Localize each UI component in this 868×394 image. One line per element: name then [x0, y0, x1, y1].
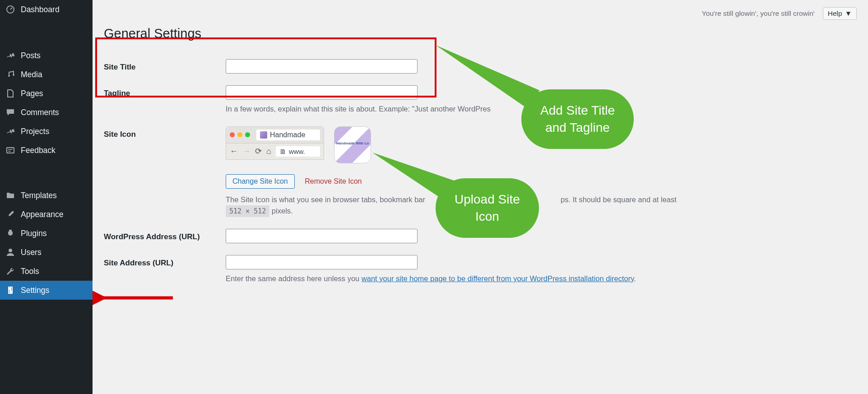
wp-address-label: WordPress Address (URL): [104, 229, 226, 241]
svg-point-6: [11, 291, 13, 292]
sidebar-item-media[interactable]: Media: [0, 65, 93, 84]
sidebar-item-plugins[interactable]: Plugins: [0, 224, 93, 243]
media-icon: [5, 70, 15, 79]
sidebar-item-label: Feedback: [21, 146, 56, 155]
folder-icon: [5, 190, 15, 200]
close-dot-icon: [230, 132, 235, 137]
sidebar-item-dashboard[interactable]: Dashboard: [0, 0, 93, 19]
annotation-arrow-icon: [93, 289, 177, 307]
sidebar-item-pages[interactable]: Pages: [0, 84, 93, 103]
sidebar-item-label: Plugins: [21, 229, 46, 238]
comment-icon: [5, 107, 15, 117]
annotation-callout-title-tagline: Add Site Title and Tagline: [521, 89, 634, 149]
change-site-icon-button[interactable]: Change Site Icon: [226, 174, 295, 189]
settings-icon: [5, 285, 15, 295]
brush-icon: [5, 209, 15, 219]
browser-mock: Handmade ← → ⟳ ⌂ 🗎 www.: [226, 126, 324, 160]
plug-icon: [5, 228, 15, 238]
sidebar-item-label: Templates: [21, 191, 57, 200]
sidebar-item-posts[interactable]: Posts: [0, 46, 93, 65]
reload-icon: ⟳: [255, 146, 262, 156]
remove-site-icon-link[interactable]: Remove Site Icon: [305, 177, 362, 185]
feedback-icon: [5, 145, 15, 155]
svg-point-2: [13, 74, 14, 76]
sidebar-item-label: Users: [21, 248, 42, 257]
favicon-icon: [260, 131, 267, 139]
sidebar-item-users[interactable]: Users: [0, 243, 93, 262]
admin-sidebar: Dashboard Posts Media Pages Comments Pro…: [0, 0, 93, 394]
sidebar-item-settings[interactable]: Settings: [0, 281, 93, 300]
sidebar-item-label: Settings: [21, 286, 49, 295]
back-icon: ←: [230, 147, 238, 156]
site-address-label: Site Address (URL): [104, 255, 226, 268]
sidebar-item-label: Projects: [21, 127, 49, 136]
home-icon: ⌂: [266, 147, 271, 156]
sidebar-item-templates[interactable]: Templates: [0, 186, 93, 205]
user-icon: [5, 247, 15, 257]
site-icon-label: Site Icon: [104, 126, 226, 139]
pin-icon: [5, 51, 15, 60]
sidebar-item-projects[interactable]: Projects: [0, 122, 93, 141]
status-text: You're still glowin', you're still crowi…: [702, 9, 815, 18]
sidebar-item-label: Pages: [21, 89, 43, 98]
maximize-dot-icon: [245, 132, 250, 137]
wp-address-input[interactable]: [226, 229, 418, 243]
main-content: You're still glowin', you're still crowi…: [93, 0, 868, 394]
sidebar-item-label: Dashboard: [21, 5, 60, 14]
chevron-down-icon: ▼: [845, 9, 852, 18]
tab-title: Handmade: [270, 131, 305, 139]
sidebar-item-label: Media: [21, 70, 42, 79]
site-icon-preview: [334, 126, 371, 163]
page-title: General Settings: [104, 26, 857, 41]
svg-point-4: [9, 249, 12, 252]
svg-rect-3: [7, 148, 14, 153]
sidebar-item-label: Comments: [21, 108, 59, 117]
sidebar-item-appearance[interactable]: Appearance: [0, 205, 93, 224]
page-icon: [5, 88, 15, 98]
sidebar-item-comments[interactable]: Comments: [0, 103, 93, 122]
dashboard-icon: [5, 5, 15, 14]
file-icon: 🗎: [279, 148, 286, 155]
sidebar-item-label: Posts: [21, 51, 41, 60]
forward-icon: →: [242, 147, 251, 156]
sidebar-item-label: Appearance: [21, 210, 63, 219]
site-title-label: Site Title: [104, 59, 226, 72]
help-button[interactable]: Help ▼: [823, 7, 857, 20]
sidebar-item-tools[interactable]: Tools: [0, 262, 93, 281]
wrench-icon: [5, 266, 15, 276]
site-icon-size: 512 × 512: [226, 205, 269, 218]
help-label: Help: [828, 9, 842, 18]
pin-icon: [5, 126, 15, 136]
tagline-input[interactable]: [226, 85, 418, 100]
url-text: www.: [289, 148, 305, 155]
site-title-input[interactable]: [226, 59, 418, 74]
sidebar-item-label: Tools: [21, 267, 39, 276]
site-address-link[interactable]: want your site home page to be different…: [362, 274, 634, 283]
svg-point-5: [9, 288, 10, 290]
tagline-label: Tagline: [104, 85, 226, 98]
site-icon-description: The Site Icon is what you see in browser…: [226, 194, 857, 217]
site-address-input[interactable]: [226, 255, 418, 269]
minimize-dot-icon: [237, 132, 242, 137]
site-address-description: Enter the same address here unless you w…: [226, 273, 857, 284]
annotation-callout-site-icon: Upload Site Icon: [436, 178, 539, 238]
sidebar-item-feedback[interactable]: Feedback: [0, 141, 93, 160]
top-bar: You're still glowin', you're still crowi…: [104, 5, 857, 26]
